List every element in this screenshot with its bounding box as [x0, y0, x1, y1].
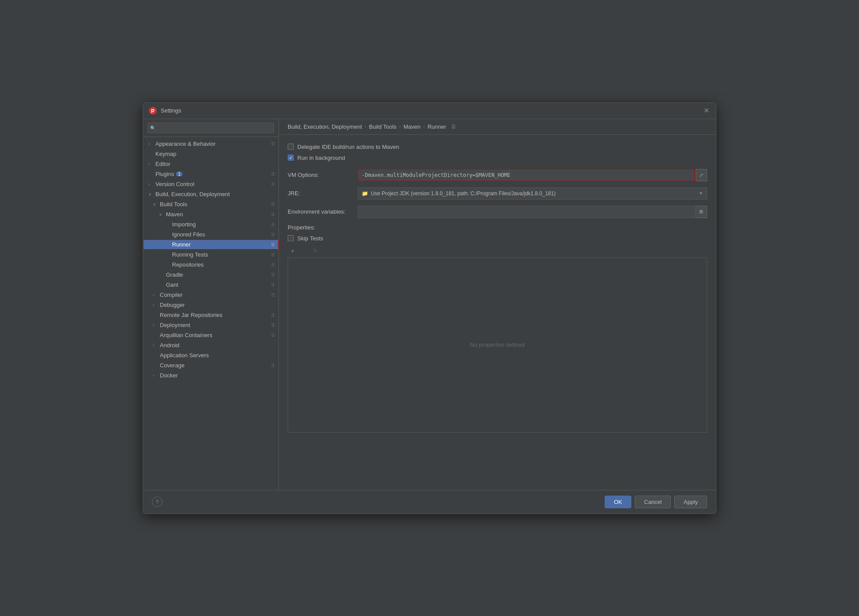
sidebar-item-version-control[interactable]: › Version Control ☰: [143, 179, 278, 189]
sidebar-item-importing[interactable]: Importing ☰: [143, 219, 278, 229]
jre-select[interactable]: 📁 Use Project JDK (version 1.8.0_181, pa…: [358, 187, 707, 200]
breadcrumb-part-1: Build, Execution, Deployment: [288, 123, 362, 130]
sidebar-item-compiler[interactable]: › Compiler ☰: [143, 290, 278, 300]
sync-icon: ☰: [271, 202, 275, 207]
remove-property-button[interactable]: −: [299, 246, 309, 256]
sync-icon: ☰: [271, 242, 275, 247]
sidebar-item-label: Remote Jar Repositories: [160, 312, 222, 318]
sidebar-item-editor[interactable]: › Editor: [143, 159, 278, 169]
arrow-icon: ∨: [148, 192, 155, 197]
search-box: [143, 119, 278, 137]
add-property-button[interactable]: +: [288, 246, 297, 256]
sidebar-item-label: Android: [160, 342, 180, 348]
sync-icon: ☰: [271, 333, 275, 338]
sidebar-item-remote-jar[interactable]: Remote Jar Repositories ☰: [143, 310, 278, 320]
delegate-checkbox[interactable]: [288, 144, 294, 150]
properties-label: Properties:: [288, 224, 707, 231]
properties-toolbar-row: + − ✎: [288, 246, 707, 256]
sidebar-item-label: Repositories: [172, 261, 204, 268]
sidebar-item-label: Plugins: [155, 171, 174, 177]
sync-icon: ☰: [271, 323, 275, 327]
sidebar-item-label: Deployment: [160, 322, 190, 328]
svg-text:P: P: [151, 108, 155, 114]
form-area: Delegate IDE build/run actions to Maven …: [279, 135, 716, 490]
breadcrumb-sep-2: ›: [399, 123, 401, 130]
ok-button[interactable]: OK: [605, 496, 631, 508]
sidebar-item-build-tools[interactable]: ∨ Build Tools ☰: [143, 199, 278, 209]
breadcrumb-part-4: Runner: [427, 123, 446, 130]
vm-options-input[interactable]: [358, 169, 695, 181]
sidebar-item-label: Debugger: [160, 302, 185, 308]
no-properties-text: No properties defined: [288, 258, 707, 432]
sidebar-item-deployment[interactable]: › Deployment ☰: [143, 320, 278, 330]
env-copy-button[interactable]: ⊞: [696, 206, 707, 218]
copy-icon: ⊞: [699, 209, 703, 215]
sidebar-item-keymap[interactable]: Keymap: [143, 149, 278, 159]
sidebar-item-gant[interactable]: Gant ☰: [143, 280, 278, 290]
sidebar-item-appearance[interactable]: › Appearance & Behavior ☰: [143, 139, 278, 149]
jre-label: JRE:: [288, 190, 358, 197]
apply-button[interactable]: Apply: [674, 496, 707, 508]
cancel-button[interactable]: Cancel: [635, 496, 671, 508]
sidebar-item-running-tests[interactable]: Running Tests ☰: [143, 250, 278, 260]
skip-tests-checkbox[interactable]: [288, 235, 294, 241]
skip-tests-row: Skip Tests: [288, 235, 707, 242]
properties-table: No properties defined: [288, 257, 707, 433]
help-area: ?: [152, 496, 601, 508]
sync-icon: ☰: [271, 292, 275, 297]
sidebar-item-label: Gant: [166, 282, 178, 288]
vm-input-wrap: ⤢: [358, 169, 707, 181]
arrow-icon: ∨: [159, 212, 165, 217]
arrow-icon: ›: [148, 141, 155, 146]
sidebar-item-build-execution[interactable]: ∨ Build, Execution, Deployment: [143, 189, 278, 199]
sync-icon: ☰: [271, 232, 275, 237]
sidebar-item-label: Coverage: [160, 362, 184, 369]
sidebar-item-label: Compiler: [160, 292, 183, 298]
dialog-title: Settings: [161, 107, 702, 114]
close-button[interactable]: ✕: [702, 106, 711, 115]
sidebar-item-runner[interactable]: Runner ☰: [143, 239, 278, 250]
sidebar-item-label: Ignored Files: [172, 231, 205, 238]
sidebar-item-android[interactable]: › Android: [143, 340, 278, 350]
env-vars-input[interactable]: [358, 206, 696, 218]
arrow-icon: ›: [153, 323, 159, 327]
run-background-checkbox[interactable]: [288, 155, 294, 161]
skip-tests-label: Skip Tests: [297, 235, 323, 242]
sync-icon: ☰: [271, 272, 275, 277]
settings-dialog: P Settings ✕ › Appearance & Behavior ☰: [143, 102, 716, 514]
sidebar-item-application-servers[interactable]: Application Servers: [143, 350, 278, 360]
title-bar: P Settings ✕: [143, 103, 716, 119]
sidebar-item-repositories[interactable]: Repositories ☰: [143, 260, 278, 270]
content-area: › Appearance & Behavior ☰ Keymap › Edito…: [143, 119, 716, 490]
jre-row: JRE: 📁 Use Project JDK (version 1.8.0_18…: [288, 187, 707, 200]
sidebar-item-docker[interactable]: › Docker: [143, 370, 278, 380]
jre-value: Use Project JDK (version 1.8.0_181, path…: [371, 190, 699, 197]
run-background-row: Run in background: [288, 155, 707, 161]
delegate-label: Delegate IDE build/run actions to Maven: [297, 144, 399, 150]
sidebar-item-label: Version Control: [155, 181, 194, 187]
sync-icon: ☰: [271, 363, 275, 368]
edit-property-button[interactable]: ✎: [310, 246, 320, 256]
breadcrumb: Build, Execution, Deployment › Build Too…: [279, 119, 716, 135]
env-vars-label: Environment variables:: [288, 208, 358, 215]
sidebar-item-label: Appearance & Behavior: [155, 141, 215, 147]
delegate-row: Delegate IDE build/run actions to Maven: [288, 144, 707, 150]
sidebar: › Appearance & Behavior ☰ Keymap › Edito…: [143, 119, 279, 490]
help-icon[interactable]: ?: [152, 496, 162, 507]
sidebar-item-arquillian[interactable]: Arquillian Containers ☰: [143, 330, 278, 340]
arrow-icon: ›: [153, 292, 159, 297]
sidebar-item-ignored-files[interactable]: Ignored Files ☰: [143, 229, 278, 239]
sidebar-item-plugins[interactable]: Plugins 1 ☰: [143, 169, 278, 179]
sidebar-item-gradle[interactable]: Gradle ☰: [143, 270, 278, 280]
sync-icon: ☰: [271, 222, 275, 227]
sidebar-item-maven[interactable]: ∨ Maven ☰: [143, 209, 278, 219]
sidebar-item-debugger[interactable]: › Debugger: [143, 300, 278, 310]
breadcrumb-menu-icon[interactable]: ☰: [451, 124, 456, 130]
sidebar-item-label: Docker: [160, 372, 178, 379]
env-vars-wrap: ⊞: [358, 206, 707, 218]
vm-expand-button[interactable]: ⤢: [696, 169, 707, 181]
sync-icon: ☰: [271, 182, 275, 187]
arrow-icon: ›: [153, 343, 159, 348]
search-input[interactable]: [148, 123, 274, 133]
sidebar-item-coverage[interactable]: Coverage ☰: [143, 360, 278, 370]
